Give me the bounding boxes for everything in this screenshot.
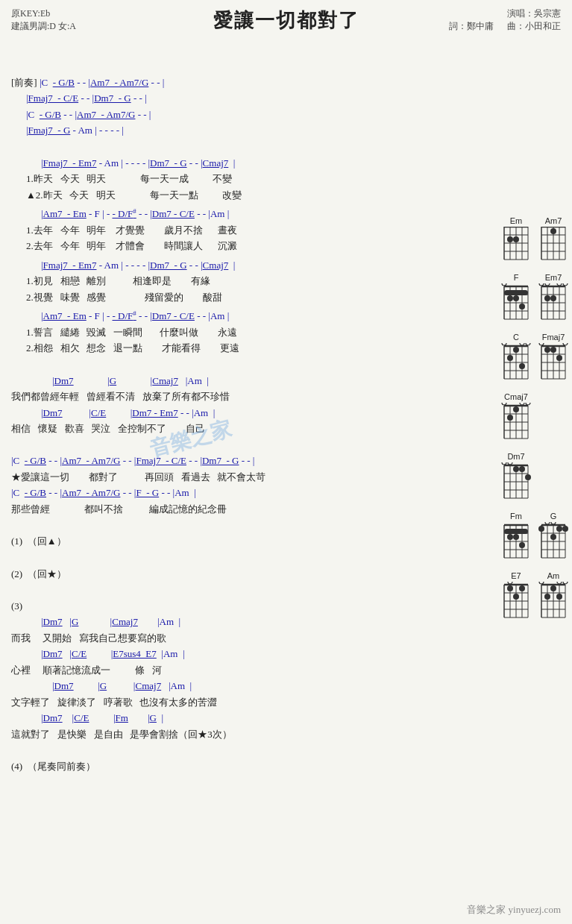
svg-point-107 bbox=[507, 415, 513, 421]
svg-point-148 bbox=[551, 522, 556, 524]
v3-chord2: |Dm7 |C/E |E7sus4 E7 |Am | bbox=[11, 646, 494, 661]
lyrics-2d: 2.相怨 相欠 想念 退一點 才能看得 更遠 bbox=[11, 340, 494, 356]
prelude-line3: |C - G/B - - |Am7 - Am7/G - - | bbox=[11, 107, 494, 122]
bridge-lyrics2: 相信 懷疑 歡喜 哭泣 全控制不了 自己 bbox=[11, 421, 494, 436]
svg-point-45 bbox=[502, 283, 506, 286]
svg-point-43 bbox=[513, 295, 519, 301]
svg-point-180 bbox=[550, 585, 556, 591]
svg-point-106 bbox=[513, 406, 519, 412]
svg-point-73 bbox=[520, 343, 524, 345]
prelude-line4: |Fmaj7 - G - Am | - - - - | bbox=[11, 122, 494, 138]
v3-chord1: |Dm7 |G |Cmaj7 |Am | bbox=[11, 614, 494, 629]
svg-point-30 bbox=[550, 228, 556, 234]
chord-row-1: Em bbox=[501, 216, 568, 263]
chord-am: Am bbox=[538, 571, 568, 620]
svg-point-150 bbox=[556, 526, 562, 532]
svg-point-88 bbox=[539, 343, 544, 345]
svg-point-91 bbox=[550, 347, 556, 353]
chord-c: C bbox=[501, 333, 531, 382]
svg-point-44 bbox=[519, 304, 525, 309]
v3-lyrics4: 這就對了 是快樂 是自由 是學會割捨（回★3次） bbox=[11, 726, 494, 742]
svg-point-121 bbox=[519, 466, 525, 472]
svg-point-182 bbox=[556, 594, 562, 600]
chord-dm7: Dm7 bbox=[501, 452, 531, 501]
prelude-label: [前奏] |C - G/B - - |Am7 - Am7/G - - | bbox=[11, 75, 494, 90]
svg-point-177 bbox=[557, 582, 562, 584]
prelude-line2: |Fmaj7 - C/E - - |Dm7 - G - - | bbox=[11, 90, 494, 106]
lyrics-2b: 2.去年 今年 明年 才體會 時間讓人 沉澱 bbox=[11, 238, 494, 254]
svg-point-135 bbox=[513, 534, 519, 540]
svg-point-166 bbox=[513, 594, 519, 600]
svg-point-74 bbox=[502, 343, 506, 345]
chord-a1: |Fmaj7 - Em7 - Am | - - - - |Dm7 - G - -… bbox=[11, 155, 494, 171]
chord-d1: |Am7 - Em - F | - - D/F# - - |Dm7 - C/E … bbox=[11, 308, 494, 324]
v3-chord4: |Dm7 |C/E |Fm |G | bbox=[11, 710, 494, 726]
prelude-section: [前奏] |C - G/B - - |Am7 - Am7/G - - | |Fm… bbox=[11, 75, 494, 139]
page: 原KEY:Eb 建議男調:D 女:A 愛讓一切都對了 演唱：吳宗憲 詞：鄭中庸 … bbox=[0, 0, 572, 924]
repeat-1: (1) （回▲） bbox=[11, 533, 494, 549]
svg-point-119 bbox=[508, 462, 512, 465]
svg-point-92 bbox=[556, 355, 562, 361]
chord-row-7: E7 bbox=[501, 571, 568, 620]
credits: 詞：鄭中庸 曲：小田和正 bbox=[449, 20, 561, 33]
svg-point-151 bbox=[562, 526, 568, 532]
lyrics-1c: 1.初見 相戀 離別 相逢即是 有緣 bbox=[11, 273, 494, 289]
logo: 音樂之家 yinyuezj.com bbox=[467, 903, 561, 917]
svg-point-60 bbox=[544, 295, 550, 301]
lyrics-1d: 1.誓言 繾綣 毀滅 一瞬間 什麼叫做 永遠 bbox=[11, 324, 494, 340]
svg-point-57 bbox=[545, 283, 550, 286]
original-key: 原KEY:Eb bbox=[11, 7, 76, 20]
svg-point-122 bbox=[525, 474, 531, 480]
chorus-lyrics2: 那些曾經 都叫不捨 編成記憶的紀念冊 bbox=[11, 501, 494, 517]
chord-diagrams: Em bbox=[501, 216, 568, 620]
chord-em7: Em7 bbox=[538, 273, 568, 322]
svg-point-104 bbox=[520, 403, 524, 405]
svg-point-178 bbox=[563, 582, 568, 584]
svg-point-75 bbox=[513, 347, 519, 353]
svg-point-58 bbox=[557, 283, 562, 286]
svg-point-152 bbox=[550, 534, 556, 540]
key-info: 原KEY:Eb 建議男調:D 女:A bbox=[11, 7, 76, 33]
bridge-chord1: |Dm7 |G |Cmaj7 |Am | bbox=[11, 373, 494, 389]
chord-em: Em bbox=[501, 216, 531, 263]
svg-point-181 bbox=[544, 594, 550, 600]
svg-point-120 bbox=[513, 466, 519, 472]
verse1-block-b: |Am7 - Em - F | - - D/F# - - |Dm7 - C/E … bbox=[11, 206, 494, 254]
svg-point-90 bbox=[544, 347, 550, 353]
chorus-lyrics1: ★愛讓這一切 都對了 再回頭 看過去 就不會太苛 bbox=[11, 469, 494, 485]
svg-point-149 bbox=[538, 526, 544, 532]
svg-point-118 bbox=[502, 462, 506, 465]
svg-point-134 bbox=[507, 534, 513, 540]
svg-point-72 bbox=[526, 343, 530, 345]
svg-point-59 bbox=[563, 283, 568, 286]
svg-point-56 bbox=[539, 283, 544, 286]
chord-b1: |Am7 - Em - F | - - D/F# - - |Dm7 - C/E … bbox=[11, 206, 494, 222]
svg-point-89 bbox=[563, 343, 568, 345]
v3-chord3: |Dm7 |G |Cmaj7 |Am | bbox=[11, 678, 494, 694]
lyrics-1b: 1.去年 今年 明年 才覺覺 歲月不捨 晝夜 bbox=[11, 222, 494, 238]
svg-rect-41 bbox=[504, 290, 528, 295]
svg-point-179 bbox=[539, 582, 544, 584]
chorus-section: |C - G/B - - |Am7 - Am7/G - - |Fmaj7 - C… bbox=[11, 453, 494, 517]
svg-point-76 bbox=[507, 355, 513, 361]
chord-f: F bbox=[501, 273, 531, 322]
chord-row-2: F bbox=[501, 273, 568, 322]
repeat-2: (2) （回★） bbox=[11, 566, 494, 582]
svg-point-163 bbox=[508, 582, 512, 584]
chorus-chord2: |C - G/B - - |Am7 - Am7/G - - |F - G - -… bbox=[11, 485, 494, 500]
verse1-block-c: |Fmaj7 - Em7 - Am | - - - - |Dm7 - G - -… bbox=[11, 257, 494, 305]
svg-point-136 bbox=[519, 542, 525, 548]
v3-lyrics1: 而我 又開始 寫我自己想要寫的歌 bbox=[11, 630, 494, 646]
chord-fm: Fm bbox=[501, 512, 531, 561]
svg-point-105 bbox=[502, 403, 506, 405]
content-main: [前奏] |C - G/B - - |Am7 - Am7/G - - | |Fm… bbox=[11, 75, 494, 774]
outro-section: (4) （尾奏同前奏） bbox=[11, 758, 494, 774]
chord-row-5: Dm7 bbox=[501, 452, 531, 501]
performer-info: 演唱：吳宗憲 詞：鄭中庸 曲：小田和正 bbox=[449, 7, 561, 33]
bridge-lyrics1: 我們都曾經年輕 曾經看不清 放棄了所有都不珍惜 bbox=[11, 389, 494, 404]
svg-point-42 bbox=[507, 295, 513, 301]
chord-g: G bbox=[538, 512, 568, 561]
svg-point-11 bbox=[513, 236, 519, 242]
svg-point-103 bbox=[526, 403, 530, 405]
suggested-key: 建議男調:D 女:A bbox=[11, 20, 76, 33]
